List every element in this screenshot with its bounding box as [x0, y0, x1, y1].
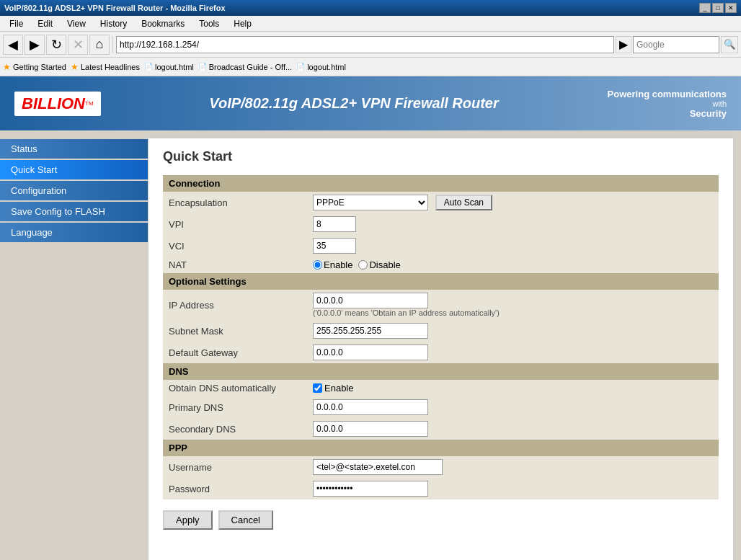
username-label: Username: [163, 456, 307, 478]
go-button[interactable]: ▶: [616, 36, 631, 53]
sidebar-item-save-config[interactable]: Save Config to FLASH: [0, 202, 148, 221]
ppp-section-header: PPP: [163, 440, 719, 456]
ip-row: IP Address ('0.0.0.0' means 'Obtain an I…: [163, 290, 719, 320]
bookmark-label: Broadcast Guide - Off...: [209, 63, 292, 71]
bookmarks-bar: ★ Getting Started ★ Latest Headlines 📄 l…: [0, 58, 741, 76]
nat-enable-radio[interactable]: [313, 260, 322, 270]
gateway-value-cell: [307, 342, 719, 363]
forward-button[interactable]: ▶: [25, 35, 45, 55]
back-button[interactable]: ◀: [3, 35, 23, 55]
bookmark-logout-1[interactable]: 📄 logout.html: [144, 63, 194, 71]
subnet-input[interactable]: [313, 323, 428, 339]
home-button[interactable]: ⌂: [89, 35, 110, 55]
username-input[interactable]: [313, 459, 443, 475]
search-button[interactable]: 🔍: [721, 36, 738, 53]
vpi-value-cell: [307, 213, 719, 235]
window-controls[interactable]: _ □ ✕: [699, 3, 737, 13]
encapsulation-select[interactable]: PPPoE PPPoA RFC1483 IPoA: [313, 195, 428, 210]
vci-input[interactable]: [313, 238, 356, 254]
stop-button[interactable]: ✕: [68, 35, 88, 55]
gateway-input[interactable]: [313, 345, 428, 360]
obtain-dns-checkbox-label[interactable]: Enable: [313, 383, 713, 394]
apply-button[interactable]: Apply: [163, 510, 213, 530]
vpi-row: VPI: [163, 213, 719, 235]
bookmark-logout-2[interactable]: 📄 logout.html: [296, 63, 346, 71]
obtain-dns-checkbox[interactable]: [313, 383, 322, 393]
password-label: Password: [163, 478, 307, 499]
sidebar-item-status[interactable]: Status: [0, 139, 148, 159]
address-input[interactable]: [116, 36, 614, 53]
refresh-button[interactable]: ↻: [46, 35, 66, 55]
menu-help[interactable]: Help: [227, 17, 258, 31]
main-content: Quick Start Connection Encapsulation PPP…: [148, 138, 734, 560]
username-value-cell: [307, 456, 719, 478]
maximize-button[interactable]: □: [712, 3, 724, 13]
menu-tools[interactable]: Tools: [192, 17, 226, 31]
sidebar-item-language[interactable]: Language: [0, 223, 148, 242]
router-header: BILLIONTM VoIP/802.11g ADSL2+ VPN Firewa…: [0, 76, 741, 130]
gateway-row: Default Gateway: [163, 342, 719, 363]
ip-hint: ('0.0.0.0' means 'Obtain an IP address a…: [313, 308, 713, 317]
bookmark-label: logout.html: [155, 63, 194, 71]
encapsulation-label: Encapsulation: [163, 192, 307, 213]
bookmark-broadcast-guide[interactable]: 📄 Broadcast Guide - Off...: [198, 63, 292, 71]
search-input[interactable]: [633, 36, 719, 53]
obtain-dns-row: Obtain DNS automatically Enable: [163, 380, 719, 396]
menu-bookmarks[interactable]: Bookmarks: [135, 17, 191, 31]
logo-text: BILLION: [22, 94, 85, 112]
bookmark-label: logout.html: [307, 63, 346, 71]
subnet-row: Subnet Mask: [163, 320, 719, 342]
obtain-dns-label: Obtain DNS automatically: [163, 380, 307, 396]
nat-row: NAT Enable Disable: [163, 257, 719, 273]
logo-tm: TM: [85, 100, 94, 107]
menu-history[interactable]: History: [94, 17, 133, 31]
close-button[interactable]: ✕: [725, 3, 737, 13]
window-title: VoIP/802.11g ADSL2+ VPN Firewall Router …: [4, 4, 226, 12]
nat-label: NAT: [163, 257, 307, 273]
vci-label: VCI: [163, 235, 307, 257]
bookmark-page-icon: 📄: [296, 63, 305, 71]
sidebar-item-quick-start[interactable]: Quick Start: [0, 160, 148, 179]
nat-value-cell: Enable Disable: [307, 257, 719, 273]
encapsulation-value-cell: PPPoE PPPoA RFC1483 IPoA Auto Scan: [307, 192, 719, 213]
sidebar-item-configuration[interactable]: Configuration: [0, 181, 148, 200]
secondary-dns-row: Secondary DNS: [163, 418, 719, 440]
menu-bar: File Edit View History Bookmarks Tools H…: [0, 16, 741, 32]
powering-text: Powering communications with Security: [608, 89, 727, 119]
ip-input[interactable]: [313, 293, 428, 308]
password-value-cell: [307, 478, 719, 499]
menu-file[interactable]: File: [3, 17, 30, 31]
page-title: Quick Start: [163, 149, 719, 164]
vpi-input[interactable]: [313, 216, 356, 232]
primary-dns-label: Primary DNS: [163, 396, 307, 418]
menu-edit[interactable]: Edit: [31, 17, 59, 31]
nat-disable-radio[interactable]: [358, 260, 368, 270]
bookmark-latest-headlines[interactable]: ★ Latest Headlines: [71, 62, 140, 72]
ip-label: IP Address: [163, 290, 307, 320]
menu-view[interactable]: View: [61, 17, 92, 31]
form-buttons: Apply Cancel: [163, 510, 719, 530]
minimize-button[interactable]: _: [699, 3, 711, 13]
secondary-dns-value-cell: [307, 418, 719, 440]
secondary-dns-input[interactable]: [313, 421, 428, 437]
cancel-button[interactable]: Cancel: [218, 510, 273, 530]
bookmark-label: Latest Headlines: [81, 63, 140, 71]
ip-value-cell: ('0.0.0.0' means 'Obtain an IP address a…: [307, 290, 719, 320]
obtain-dns-value-cell: Enable: [307, 380, 719, 396]
bookmark-page-icon: 📄: [144, 63, 153, 71]
vci-value-cell: [307, 235, 719, 257]
primary-dns-input[interactable]: [313, 399, 428, 415]
password-row: Password: [163, 478, 719, 499]
nat-enable-label[interactable]: Enable: [313, 259, 352, 270]
vci-row: VCI: [163, 235, 719, 257]
auto-scan-button[interactable]: Auto Scan: [435, 195, 492, 210]
bookmark-getting-started[interactable]: ★ Getting Started: [3, 62, 66, 72]
nat-radio-group: Enable Disable: [313, 259, 713, 270]
browser-toolbar: ◀ ▶ ↻ ✕ ⌂ ▶ 🔍: [0, 32, 741, 58]
toolbar-separator: [112, 36, 113, 53]
nat-disable-label[interactable]: Disable: [358, 259, 400, 270]
router-title: VoIP/802.11g ADSL2+ VPN Firewall Router: [101, 95, 608, 112]
password-input[interactable]: [313, 481, 428, 497]
connection-section-header: Connection: [163, 175, 719, 192]
form-table: Connection Encapsulation PPPoE PPPoA RFC…: [163, 175, 719, 499]
